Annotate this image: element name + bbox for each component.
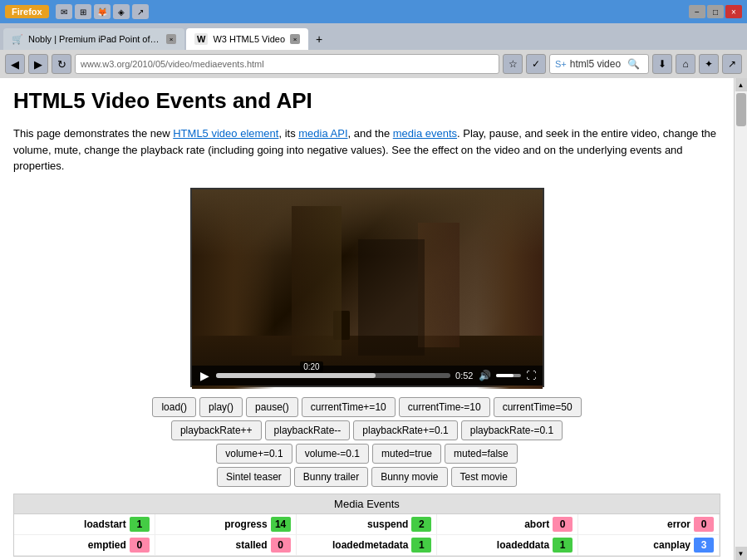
btn-sintel-teaser[interactable]: Sintel teaser — [217, 467, 291, 487]
video-scene — [192, 189, 543, 386]
btn-muted-false[interactable]: muted=false — [445, 444, 518, 464]
new-tab-button[interactable]: + — [310, 30, 328, 48]
event-progress: progress 14 — [155, 514, 297, 534]
search-text: html5 video — [570, 58, 621, 70]
api-buttons-row3: volume+=0.1 volume-=0.1 muted=true muted… — [13, 444, 720, 464]
btn-load[interactable]: load() — [152, 397, 196, 417]
search-bar[interactable]: S+ html5 video 🔍 — [549, 54, 649, 74]
event-stalled: stalled 0 — [155, 535, 297, 555]
volume-icon[interactable]: 🔊 — [479, 370, 491, 381]
event-canplay: canplay 3 — [578, 535, 720, 555]
btn-playbackrate-pp[interactable]: playbackRate++ — [171, 420, 262, 440]
addon-icon[interactable]: ✦ — [699, 54, 719, 74]
btn-volume-p01[interactable]: volume+=0.1 — [216, 444, 292, 464]
tab-favicon-nobly: 🛒 — [12, 34, 23, 45]
event-loadeddata: loadeddata 1 — [437, 535, 578, 555]
link-media-api[interactable]: media API — [298, 127, 347, 140]
btn-pause[interactable]: pause() — [246, 397, 298, 417]
scrollbar: ▲ ▼ — [734, 78, 747, 560]
event-emptied: emptied 0 — [14, 535, 155, 555]
refresh-button[interactable]: ↻ — [52, 54, 71, 74]
home-icon[interactable]: ⌂ — [676, 54, 695, 74]
btn-bunny-movie[interactable]: Bunny movie — [371, 467, 447, 487]
btn-currenttime-50[interactable]: currentTime=50 — [494, 397, 582, 417]
btn-test-movie[interactable]: Test movie — [451, 467, 517, 487]
btn-playbackrate-m01[interactable]: playbackRate-=0.1 — [461, 420, 563, 440]
api-buttons-row2: playbackRate++ playbackRate-- playbackRa… — [13, 420, 720, 440]
event-loadstart: loadstart 1 — [14, 514, 155, 534]
bookmark-check-icon[interactable]: ✓ — [526, 54, 546, 74]
page-title: HTML5 Video Events and API — [13, 88, 720, 114]
events-row-1: loadstart 1 progress 14 suspend 2 abor — [14, 514, 720, 535]
video-player[interactable]: ▶ 0:20 0:52 🔊 ⛶ — [190, 188, 544, 387]
link-media-events[interactable]: media events — [393, 127, 457, 140]
maximize-button[interactable]: □ — [707, 5, 724, 18]
tab-close-nobly[interactable]: × — [166, 34, 176, 44]
event-error: error 0 — [578, 514, 720, 534]
video-container: ▶ 0:20 0:52 🔊 ⛶ — [13, 188, 720, 387]
play-pause-button[interactable]: ▶ — [199, 369, 211, 382]
api-buttons-row4: Sintel teaser Bunny trailer Bunny movie … — [13, 467, 720, 487]
title-icon-5[interactable]: ↗ — [132, 4, 149, 19]
btn-playbackrate-mm[interactable]: playbackRate-- — [265, 420, 351, 440]
tab-w3video[interactable]: W W3 HTML5 Video × — [186, 28, 308, 50]
btn-currenttime-minus10[interactable]: currentTime-=10 — [399, 397, 490, 417]
url-bar[interactable]: www.w3.org/2010/05/video/mediaevents.htm… — [75, 54, 499, 74]
extra-icon[interactable]: ↗ — [722, 54, 742, 74]
event-abort: abort 0 — [437, 514, 578, 534]
title-icon-2[interactable]: ⊞ — [75, 4, 91, 19]
url-text: www.w3.org/2010/05/video/mediaevents.htm… — [81, 59, 264, 69]
bookmark-star-icon[interactable]: ☆ — [503, 54, 523, 74]
forward-button[interactable]: ▶ — [28, 54, 48, 74]
firefox-menu-button[interactable]: Firefox — [5, 5, 49, 18]
page-description: This page demonstrates the new HTML5 vid… — [13, 125, 720, 174]
tab-close-w3[interactable]: × — [290, 34, 300, 44]
search-icon[interactable]: 🔍 — [627, 58, 640, 70]
events-table: Media Events loadstart 1 progress 14 — [13, 494, 720, 557]
minimize-button[interactable]: − — [689, 5, 705, 18]
tab-label-w3: W3 HTML5 Video — [213, 34, 285, 44]
tab-label-nobly: Nobly | Premium iPad Point of Sale — [28, 34, 161, 44]
link-html5-video[interactable]: HTML5 video element — [173, 127, 278, 140]
btn-play[interactable]: play() — [199, 397, 243, 417]
btn-volume-m01[interactable]: volume-=0.1 — [296, 444, 369, 464]
back-button[interactable]: ◀ — [5, 54, 25, 74]
time-display: 0:52 — [455, 371, 473, 381]
btn-playbackrate-p01[interactable]: playbackRate+=0.1 — [353, 420, 457, 440]
event-suspend: suspend 2 — [297, 514, 438, 534]
events-row-2: emptied 0 stalled 0 loadedmetadata 1 l — [14, 535, 720, 556]
title-icon-3[interactable]: 🦊 — [94, 4, 111, 19]
events-table-title: Media Events — [14, 494, 720, 514]
scrollbar-up[interactable]: ▲ — [735, 78, 747, 91]
btn-bunny-trailer[interactable]: Bunny trailer — [294, 467, 368, 487]
btn-currenttime-plus10[interactable]: currentTime+=10 — [302, 397, 396, 417]
event-loadedmetadata: loadedmetadata 1 — [297, 535, 438, 555]
search-engine-icon: S+ — [555, 59, 567, 69]
scrollbar-down[interactable]: ▼ — [735, 547, 747, 560]
close-button[interactable]: × — [725, 5, 742, 18]
tab-favicon-w3: W — [194, 33, 208, 45]
fullscreen-button[interactable]: ⛶ — [526, 370, 536, 381]
title-icon-4[interactable]: ◈ — [113, 4, 130, 19]
scrollbar-thumb[interactable] — [736, 93, 746, 126]
volume-bar[interactable] — [496, 374, 521, 377]
download-icon[interactable]: ⬇ — [652, 54, 672, 74]
btn-muted-true[interactable]: muted=true — [372, 444, 441, 464]
progress-bar[interactable]: 0:20 — [216, 373, 451, 378]
tab-nobly[interactable]: 🛒 Nobly | Premium iPad Point of Sale × — [3, 28, 184, 50]
time-badge: 0:20 — [300, 361, 322, 372]
api-buttons-row1: load() play() pause() currentTime+=10 cu… — [13, 397, 720, 417]
title-icon-1[interactable]: ✉ — [56, 4, 72, 19]
